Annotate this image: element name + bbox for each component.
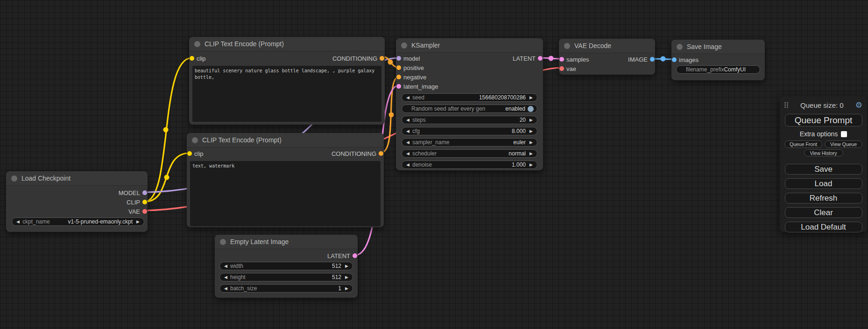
collapse-dot-icon[interactable] [194, 41, 200, 47]
node-clip-text-encode-positive[interactable]: CLIP Text Encode (Prompt) clip CONDITION… [189, 37, 385, 125]
slot-positive-input[interactable] [396, 65, 401, 70]
decrement-arrow-icon[interactable]: ◀ [405, 118, 411, 122]
widget-random-seed[interactable]: Random seed after every gen enabled [402, 105, 537, 113]
increment-arrow-icon[interactable]: ▶ [528, 118, 534, 122]
widget-value: enabled [505, 105, 525, 112]
node-title-bar[interactable]: VAE Decode [559, 39, 655, 53]
queue-front-button[interactable]: Queue Front [784, 140, 822, 148]
decrement-arrow-icon[interactable]: ◀ [223, 275, 229, 280]
increment-arrow-icon[interactable]: ▶ [528, 96, 534, 100]
widget-width[interactable]: ◀ width 512 ▶ [219, 262, 353, 270]
clear-button[interactable]: Clear [785, 207, 862, 218]
slot-model-output[interactable] [142, 190, 147, 195]
drag-handle-icon[interactable] [784, 102, 789, 108]
random-seed-toggle[interactable] [528, 106, 534, 112]
load-button[interactable]: Load [785, 178, 862, 189]
decrement-arrow-icon[interactable]: ◀ [15, 220, 21, 224]
widget-cfg[interactable]: ◀ cfg 8.000 ▶ [402, 127, 537, 135]
widget-steps[interactable]: ◀ steps 20 ▶ [402, 116, 537, 124]
collapse-dot-icon[interactable] [677, 44, 683, 50]
node-clip-text-encode-negative[interactable]: CLIP Text Encode (Prompt) clip CONDITION… [187, 133, 384, 227]
view-history-button[interactable]: View History [804, 149, 843, 156]
slot-clip-output[interactable] [142, 200, 147, 204]
slot-latent-output[interactable] [538, 56, 543, 61]
slot-conditioning-output[interactable] [379, 151, 383, 156]
decrement-arrow-icon[interactable]: ◀ [223, 287, 229, 291]
node-title: CLIP Text Encode (Prompt) [202, 136, 282, 144]
decrement-arrow-icon[interactable]: ◀ [223, 264, 229, 268]
node-title-bar[interactable]: KSampler [396, 38, 543, 53]
increment-arrow-icon[interactable]: ▶ [135, 220, 141, 224]
slot-latent-image-input[interactable] [396, 84, 401, 89]
increment-arrow-icon[interactable]: ▶ [344, 287, 350, 291]
decrement-arrow-icon[interactable]: ◀ [405, 96, 411, 100]
increment-arrow-icon[interactable]: ▶ [528, 129, 534, 133]
decrement-arrow-icon[interactable]: ◀ [405, 163, 411, 167]
collapse-dot-icon[interactable] [220, 239, 226, 245]
increment-arrow-icon[interactable]: ▶ [344, 264, 350, 268]
refresh-button[interactable]: Refresh [785, 193, 862, 203]
node-title: Empty Latent Image [230, 238, 289, 245]
slot-samples-input[interactable] [559, 57, 564, 62]
node-empty-latent-image[interactable]: Empty Latent Image LATENT ◀ width 512 ▶ … [215, 235, 358, 298]
node-title-bar[interactable]: CLIP Text Encode (Prompt) [189, 37, 385, 51]
collapse-dot-icon[interactable] [564, 43, 570, 49]
node-title-bar[interactable]: Load Checkpoint [6, 171, 148, 186]
widget-scheduler[interactable]: ◀ scheduler normal ▶ [402, 149, 537, 158]
load-default-button[interactable]: Load Default [785, 222, 862, 232]
slot-model-input[interactable] [396, 56, 401, 61]
view-queue-button[interactable]: View Queue [825, 140, 862, 148]
widget-value: euler [513, 139, 526, 146]
node-load-checkpoint[interactable]: Load Checkpoint MODEL CLIP VAE ◀ ckpt_na… [6, 171, 148, 232]
widget-filename-prefix[interactable]: filename_prefix ComfyUI [676, 65, 760, 74]
slot-images-input[interactable] [672, 57, 677, 62]
slot-latent-output[interactable] [353, 253, 357, 258]
widget-value: 1 [338, 285, 341, 292]
decrement-arrow-icon[interactable]: ◀ [405, 152, 411, 156]
save-button[interactable]: Save [785, 164, 862, 175]
node-save-image[interactable]: Save Image images filename_prefix ComfyU… [671, 40, 765, 80]
increment-arrow-icon[interactable]: ▶ [344, 275, 350, 280]
node-ksampler[interactable]: KSampler model LATENT positive negative … [396, 38, 543, 170]
widget-value: ComfyUI [724, 66, 746, 73]
widget-sampler-name[interactable]: ◀ sampler_name euler ▶ [402, 138, 537, 147]
slot-clip-input[interactable] [190, 56, 194, 61]
extra-options-checkbox[interactable] [841, 131, 847, 137]
widget-value: 512 [332, 274, 341, 280]
node-vae-decode[interactable]: VAE Decode samples IMAGE vae [559, 39, 655, 75]
decrement-arrow-icon[interactable]: ◀ [405, 129, 411, 133]
node-title-bar[interactable]: CLIP Text Encode (Prompt) [187, 133, 384, 147]
decrement-arrow-icon[interactable]: ◀ [405, 140, 411, 145]
collapse-dot-icon[interactable] [192, 137, 198, 143]
widget-denoise[interactable]: ◀ denoise 1.000 ▶ [402, 161, 537, 169]
widget-value: v1-5-pruned-emaonly.ckpt [68, 218, 133, 225]
queue-prompt-button[interactable]: Queue Prompt [785, 114, 862, 126]
positive-prompt-textarea[interactable]: beautiful scenery nature glass bottle la… [192, 66, 381, 122]
node-title-bar[interactable]: Empty Latent Image [215, 235, 358, 249]
negative-prompt-textarea[interactable]: text, watermark [190, 161, 381, 226]
slot-clip-input[interactable] [187, 151, 192, 156]
slot-negative-input[interactable] [396, 75, 401, 79]
widget-value: 512 [332, 263, 341, 269]
slot-conditioning-output[interactable] [380, 56, 384, 61]
increment-arrow-icon[interactable]: ▶ [528, 140, 534, 145]
settings-gear-icon[interactable]: ⚙ [855, 101, 862, 109]
collapse-dot-icon[interactable] [11, 175, 17, 182]
widget-seed[interactable]: ◀ seed 156680208700286 ▶ [402, 93, 537, 102]
slot-image-output[interactable] [650, 57, 655, 62]
widget-ckpt-name[interactable]: ◀ ckpt_name v1-5-pruned-emaonly.ckpt ▶ [12, 217, 144, 226]
node-title: Load Checkpoint [21, 175, 71, 182]
node-title: Save Image [687, 43, 722, 50]
node-canvas[interactable]: Load Checkpoint MODEL CLIP VAE ◀ ckpt_na… [0, 0, 868, 329]
node-title-bar[interactable]: Save Image [671, 40, 765, 54]
collapse-dot-icon[interactable] [401, 42, 407, 49]
widget-value: 8.000 [512, 128, 526, 134]
slot-vae-input[interactable] [559, 66, 564, 71]
widget-batch-size[interactable]: ◀ batch_size 1 ▶ [219, 284, 353, 293]
widget-label: steps [412, 117, 426, 123]
slot-vae-output[interactable] [142, 209, 147, 214]
widget-height[interactable]: ◀ height 512 ▶ [219, 273, 353, 281]
increment-arrow-icon[interactable]: ▶ [528, 152, 534, 156]
link-midpoint-dot [661, 56, 666, 62]
increment-arrow-icon[interactable]: ▶ [528, 163, 534, 167]
